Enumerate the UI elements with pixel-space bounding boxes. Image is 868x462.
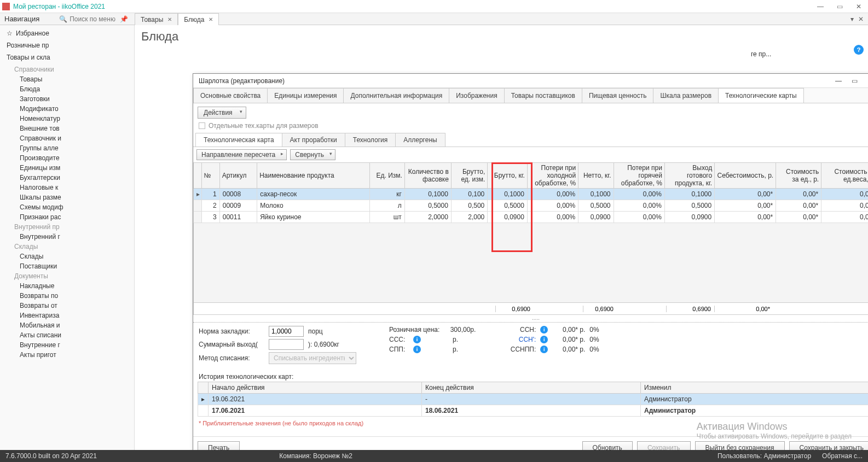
page-title: Блюда [135, 25, 868, 48]
history-row[interactable]: 17.06.202118.06.2021Администратор [198, 405, 869, 417]
info-icon[interactable]: i [540, 346, 548, 353]
col-header[interactable]: Стоимость за ед.веса, р. [821, 163, 868, 189]
dlg-maximize[interactable]: ▭ [852, 77, 858, 85]
tree-item[interactable]: Внешние тов [14, 124, 134, 133]
tree-item[interactable]: Возвраты по [14, 291, 134, 301]
retail-row[interactable]: Розничные пр [0, 39, 134, 51]
dialog-editor: Шарлотка (редактирование) — ▭ ✕ Основные… [193, 73, 868, 459]
col-header[interactable]: Потери при холодной обработке, % [527, 163, 578, 189]
link-a[interactable]: ге пр... [751, 50, 771, 58]
col-header[interactable]: Ед. Изм. [369, 163, 404, 189]
tab-goods[interactable]: Товары ✕ [135, 13, 178, 25]
ribbon-close-icon[interactable]: ✕ [858, 15, 864, 23]
col-header[interactable]: № [201, 163, 219, 189]
tree-item[interactable]: Справочник и [14, 133, 134, 143]
tree-item[interactable]: Накладные [14, 281, 134, 291]
tree-item[interactable]: Акты списани [14, 330, 134, 340]
nav-label: Навигация [4, 15, 39, 23]
table-row[interactable]: ▸100008сахар-песоккг0,10000,1000,10000,0… [194, 189, 869, 200]
dialog-tab[interactable]: Основные свойства [193, 88, 268, 103]
tree-group[interactable]: Склады [14, 242, 134, 252]
col-header[interactable]: Артикул [219, 163, 257, 189]
col-header[interactable]: Брутто, кг. [488, 163, 528, 189]
tree-item[interactable]: Бухгалтерски [14, 173, 134, 183]
search-menu[interactable]: 🔍 Поиск по меню [59, 15, 115, 23]
tree-item[interactable]: Единицы изм [14, 163, 134, 173]
dialog-tab[interactable]: Дополнительная информация [343, 88, 449, 103]
table-row[interactable]: 300011Яйко куриноешт2,00002,0000,09000,0… [194, 212, 869, 223]
info-icon[interactable]: i [413, 346, 421, 353]
tree-item[interactable]: Группы алле [14, 143, 134, 153]
tree-item[interactable]: Инвентариза [14, 311, 134, 320]
app-icon [2, 3, 10, 10]
dialog-tab[interactable]: Единицы измерения [267, 88, 344, 103]
content-area: Блюда ? ге пр... юлч... Шарлотка (редакт… [135, 25, 868, 450]
tree-item[interactable]: Мобильная и [14, 320, 134, 330]
tree-item[interactable]: Внутренние г [14, 340, 134, 350]
col-header[interactable]: Нетто, кг. [578, 163, 614, 189]
tree-item[interactable]: Акты пригот [14, 350, 134, 360]
dialog-tab[interactable]: Товары поставщиков [504, 88, 582, 103]
sub-tab[interactable]: Акт проработки [282, 133, 345, 147]
col-header[interactable]: Количество в фасовке [404, 163, 451, 189]
app-title: Мой ресторан - iikoOffice 2021 [13, 3, 105, 10]
tree-item[interactable]: Признаки рас [14, 212, 134, 222]
title-bar: Мой ресторан - iikoOffice 2021 — ▭ ✕ [0, 0, 868, 13]
col-header[interactable]: Выход готового продукта, кг. [664, 163, 714, 189]
tab-dishes[interactable]: Блюда ✕ [178, 13, 219, 25]
collapse-button[interactable]: Свернуть [290, 149, 335, 160]
tree-item[interactable]: Блюда [14, 84, 134, 94]
info-icon[interactable]: i [540, 326, 548, 334]
history-grid[interactable]: Начало действия Конец действия Изменил ▸… [198, 382, 868, 417]
col-header[interactable]: Себестоимость, р. [715, 163, 776, 189]
close-button[interactable]: ✕ [856, 3, 861, 10]
goods-row[interactable]: Товары и скла [0, 51, 134, 63]
tree-item[interactable]: Модификато [14, 104, 134, 114]
favorites-row[interactable]: ☆ Избранное [0, 27, 134, 39]
tree-group[interactable]: Внутренний пр [14, 222, 134, 232]
tree-item[interactable]: Заготовки [14, 94, 134, 104]
tree-item[interactable]: Шкалы разме [14, 192, 134, 202]
col-header[interactable]: Наименование продукта [257, 163, 369, 189]
actions-button[interactable]: Действия [198, 107, 246, 119]
tree-item[interactable]: Склады [14, 252, 134, 261]
dlg-minimize[interactable]: — [835, 77, 842, 85]
sub-tab[interactable]: Технологическая карта [195, 133, 282, 147]
document-tabs: Товары ✕ Блюда ✕ [135, 13, 219, 25]
dialog-tab[interactable]: Изображения [449, 88, 504, 103]
tree-item[interactable]: Налоговые к [14, 183, 134, 192]
col-header[interactable]: Потери при горячей обработке, % [614, 163, 664, 189]
tree-item[interactable]: Внутренний г [14, 232, 134, 242]
close-icon[interactable]: ✕ [167, 16, 172, 22]
direction-button[interactable]: Направление пересчета [196, 149, 287, 160]
norm-input[interactable] [269, 326, 304, 337]
ingredients-grid[interactable]: №АртикулНаименование продуктаЕд. Изм.Кол… [193, 162, 868, 223]
tree-group[interactable]: Справочники [14, 65, 134, 74]
tree-item[interactable]: Номенклатур [14, 114, 134, 124]
dialog-tab[interactable]: Пищевая ценность [582, 88, 654, 103]
tree-item[interactable]: Производите [14, 153, 134, 163]
info-icon[interactable]: i [413, 336, 421, 343]
tree-group[interactable]: Документы [14, 271, 134, 281]
tree-item[interactable]: Схемы модиф [14, 202, 134, 212]
minimize-button[interactable]: — [817, 3, 824, 10]
tree-item[interactable]: Возвраты от [14, 301, 134, 311]
info-icon[interactable]: i [540, 336, 548, 343]
pin-icon[interactable]: 📌 [120, 15, 128, 23]
tree-item[interactable]: Товары [14, 74, 134, 84]
separate-checkbox[interactable] [199, 122, 205, 129]
maximize-button[interactable]: ▭ [837, 3, 843, 10]
method-select[interactable]: Списывать ингредиенты [269, 352, 356, 364]
dialog-tab[interactable]: Технологические карты [718, 88, 804, 103]
history-row[interactable]: ▸19.06.2021-Администратор [198, 394, 869, 405]
sum-out-input[interactable] [269, 339, 304, 350]
col-header[interactable]: Брутто, ед. изм. [451, 163, 487, 189]
dialog-tab[interactable]: Шкала размеров [653, 88, 719, 103]
ribbon-dropdown-icon[interactable]: ▾ [850, 15, 854, 23]
col-header[interactable]: Стоимость за ед., р. [776, 163, 821, 189]
sub-tab[interactable]: Аллергены [395, 133, 445, 147]
sub-tab[interactable]: Технология [345, 133, 396, 147]
table-row[interactable]: 200009Молокол0,50000,5000,50000,00%0,500… [194, 200, 869, 212]
tree-item[interactable]: Поставщики [14, 261, 134, 271]
close-icon[interactable]: ✕ [209, 16, 213, 22]
